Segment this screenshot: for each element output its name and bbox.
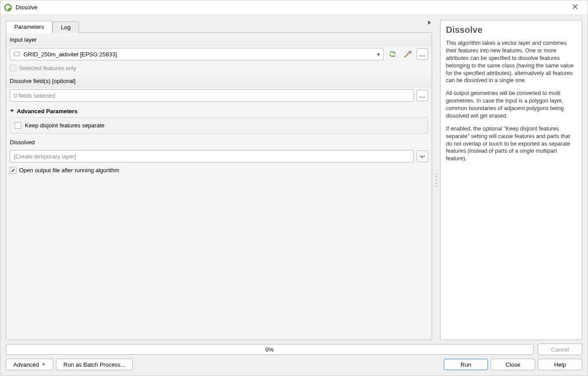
help-paragraph: All output geometries will be converted …	[446, 90, 576, 120]
window-title: Dissolve	[16, 4, 37, 11]
input-layer-browse-button[interactable]: ...	[417, 48, 428, 60]
dissolve-fields-input[interactable]: 0 fields selected	[10, 89, 414, 102]
dissolve-fields-label: Dissolve field(s) [optional]	[6, 74, 432, 87]
help-title: Dissolve	[446, 25, 576, 35]
polygon-layer-icon	[13, 51, 21, 57]
progress-bar: 0%	[6, 344, 533, 355]
keep-disjoint-checkbox[interactable]	[15, 122, 21, 129]
close-window-button[interactable]	[566, 4, 584, 11]
run-batch-button[interactable]: Run as Batch Process...	[56, 359, 133, 370]
help-paragraph: This algorithm takes a vector layer and …	[446, 40, 576, 84]
input-layer-value: GRID_250m_aktivitet [EPSG:25833]	[24, 51, 373, 58]
input-layer-combo[interactable]: GRID_250m_aktivitet [EPSG:25833] ▾	[10, 48, 384, 60]
tab-parameters[interactable]: Parameters	[6, 21, 52, 33]
dissolved-output-placeholder: [Create temporary layer]	[14, 153, 76, 160]
dissolve-fields-browse-button[interactable]: ...	[417, 90, 428, 101]
help-pane: Dissolve This algorithm takes a vector l…	[440, 20, 582, 340]
cancel-button: Cancel	[538, 344, 582, 355]
advanced-parameters-label: Advanced Parameters	[17, 108, 78, 115]
selected-features-only-label: Selected features only	[19, 65, 76, 71]
help-button[interactable]: Help	[538, 359, 582, 370]
run-button[interactable]: Run	[444, 359, 488, 370]
help-paragraph: If enabled, the optional "Keep disjoint …	[446, 125, 576, 162]
svg-rect-1	[8, 8, 11, 10]
tab-log[interactable]: Log	[52, 21, 79, 33]
dialog-window: Dissolve Parameters Log Input layer	[0, 0, 588, 376]
selected-features-only-checkbox	[10, 65, 16, 71]
dissolve-fields-value: 0 fields selected	[14, 92, 55, 99]
dissolved-output-input[interactable]: [Create temporary layer]	[10, 150, 414, 162]
tabs-row: Parameters Log	[6, 20, 432, 32]
advanced-parameters-body: Keep disjoint features separate	[10, 117, 428, 134]
keep-disjoint-label: Keep disjoint features separate	[25, 122, 104, 129]
dissolved-output-browse-button[interactable]: ...▾	[417, 150, 428, 162]
parameters-panel: Input layer GRID_250m_aktivitet [EPSG:25…	[6, 32, 432, 340]
chevron-down-icon: ▼	[42, 362, 46, 367]
input-layer-label: Input layer	[6, 33, 432, 46]
upper-area: Parameters Log Input layer	[6, 20, 582, 340]
splitter-handle[interactable]	[435, 20, 437, 340]
qgis-icon	[4, 4, 12, 12]
button-row: Advanced ▼ Run as Batch Process... Run C…	[6, 359, 582, 370]
chevron-down-icon	[10, 108, 14, 115]
collapse-help-icon[interactable]	[427, 20, 432, 27]
advanced-options-button[interactable]	[401, 48, 414, 60]
chevron-down-icon: ▾	[376, 51, 381, 58]
close-button[interactable]: Close	[491, 359, 535, 370]
advanced-menu-button[interactable]: Advanced ▼	[6, 359, 53, 370]
titlebar: Dissolve	[0, 0, 588, 15]
advanced-parameters-toggle[interactable]: Advanced Parameters	[6, 103, 432, 117]
dissolved-output-label: Dissolved	[6, 137, 432, 148]
open-output-label: Open output file after running algorithm	[19, 167, 119, 174]
progress-row: 0% Cancel	[6, 344, 582, 355]
progress-text: 0%	[266, 346, 274, 353]
open-output-checkbox[interactable]	[10, 167, 16, 174]
iterate-button[interactable]	[386, 48, 399, 60]
advanced-menu-label: Advanced	[13, 361, 39, 368]
dialog-content: Parameters Log Input layer	[0, 15, 588, 376]
left-pane: Parameters Log Input layer	[6, 20, 432, 340]
